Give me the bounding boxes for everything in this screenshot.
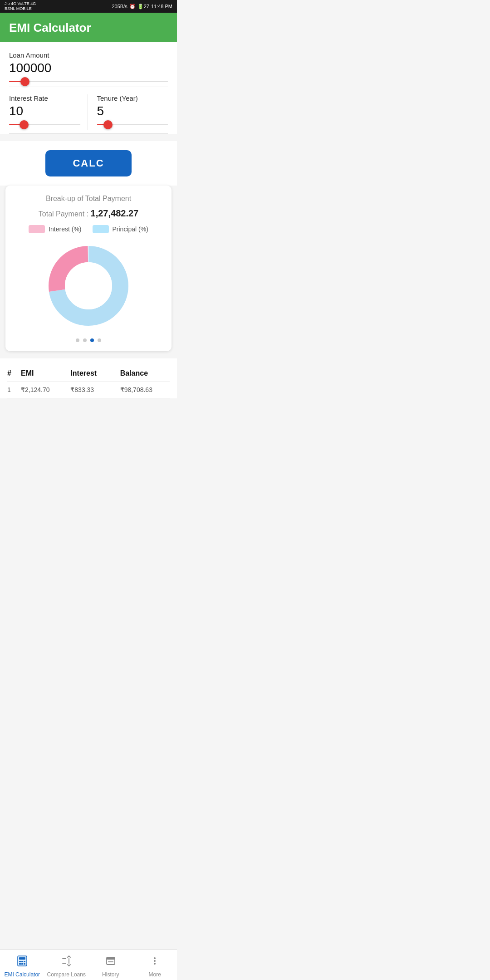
- tenure-label: Tenure (Year): [97, 94, 168, 102]
- col-header-emi: EMI: [21, 369, 70, 377]
- divider-1: [9, 87, 168, 87]
- calc-button-wrap: CALC: [0, 141, 177, 186]
- breakdown-title: Break-up of Total Payment: [13, 195, 164, 203]
- col-header-num: #: [7, 369, 21, 377]
- donut-chart-wrap: [13, 240, 164, 331]
- carrier-2: BSNL MOBILE: [5, 6, 36, 11]
- interest-rate-slider-track: [9, 124, 80, 125]
- breakdown-card: Break-up of Total Payment Total Payment …: [5, 186, 172, 351]
- cell-num: 1: [7, 386, 21, 393]
- interest-rate-slider-container[interactable]: [9, 124, 80, 125]
- cell-emi: ₹2,124.70: [21, 386, 70, 393]
- legend-interest: Interest (%): [29, 225, 81, 233]
- loan-amount-section: Loan Amount 100000: [9, 51, 168, 82]
- dot-1[interactable]: [83, 338, 87, 342]
- main-content: Loan Amount 100000 Interest Rate 10 Tenu…: [0, 42, 177, 134]
- tenure-section: Tenure (Year) 5: [97, 94, 168, 130]
- loan-amount-slider-track: [9, 81, 168, 82]
- col-header-interest: Interest: [70, 369, 120, 377]
- loan-amount-slider-thumb[interactable]: [20, 77, 29, 86]
- bottom-spacer: [0, 398, 177, 435]
- dot-2[interactable]: [90, 338, 94, 342]
- loan-amount-label: Loan Amount: [9, 51, 168, 59]
- chart-legend: Interest (%) Principal (%): [13, 225, 164, 233]
- rate-tenure-row: Interest Rate 10 Tenure (Year) 5: [9, 94, 168, 130]
- total-payment-row: Total Payment : 1,27,482.27: [13, 208, 164, 219]
- interest-rate-slider-thumb[interactable]: [20, 120, 29, 129]
- dot-0[interactable]: [76, 338, 79, 342]
- legend-interest-label: Interest (%): [49, 225, 81, 233]
- divider-2: [9, 133, 168, 134]
- carousel-dots: [13, 338, 164, 342]
- tenure-slider-track: [97, 124, 168, 125]
- legend-interest-color: [29, 225, 45, 233]
- clock-icon: ⏰: [129, 4, 136, 10]
- loan-amount-slider-container[interactable]: [9, 81, 168, 82]
- calc-button[interactable]: CALC: [45, 150, 131, 176]
- donut-center: [65, 262, 112, 309]
- legend-principal-color: [93, 225, 109, 233]
- total-payment-value: 1,27,482.27: [91, 208, 139, 218]
- loan-amount-value: 100000: [9, 61, 168, 75]
- time-display: 11:48 PM: [151, 4, 172, 9]
- interest-rate-label: Interest Rate: [9, 94, 80, 102]
- status-bar: Jio 4G VoLTE 4G BSNL MOBILE 205B/s ⏰ 🔋27…: [0, 0, 177, 13]
- total-payment-label: Total Payment :: [39, 210, 88, 218]
- table-header-row: # EMI Interest Balance: [7, 366, 170, 382]
- tenure-slider-container[interactable]: [97, 124, 168, 125]
- cell-balance: ₹98,708.63: [120, 386, 170, 393]
- amortization-table: # EMI Interest Balance 1 ₹2,124.70 ₹833.…: [0, 358, 177, 398]
- battery-indicator: 🔋27: [137, 4, 149, 10]
- col-header-balance: Balance: [120, 369, 170, 377]
- dot-3[interactable]: [98, 338, 101, 342]
- legend-principal: Principal (%): [93, 225, 148, 233]
- table-row: 1 ₹2,124.70 ₹833.33 ₹98,708.63: [7, 382, 170, 398]
- app-header: EMI Calculator: [0, 13, 177, 42]
- donut-chart: [43, 240, 134, 331]
- interest-rate-section: Interest Rate 10: [9, 94, 88, 130]
- tenure-slider-thumb[interactable]: [103, 120, 113, 129]
- cell-interest: ₹833.33: [70, 386, 120, 393]
- app-title: EMI Calculator: [9, 21, 168, 35]
- carrier-1: Jio 4G VoLTE 4G: [5, 1, 36, 6]
- network-speed: 205B/s: [112, 4, 127, 9]
- tenure-value: 5: [97, 104, 168, 118]
- legend-principal-label: Principal (%): [113, 225, 148, 233]
- interest-rate-value: 10: [9, 104, 80, 118]
